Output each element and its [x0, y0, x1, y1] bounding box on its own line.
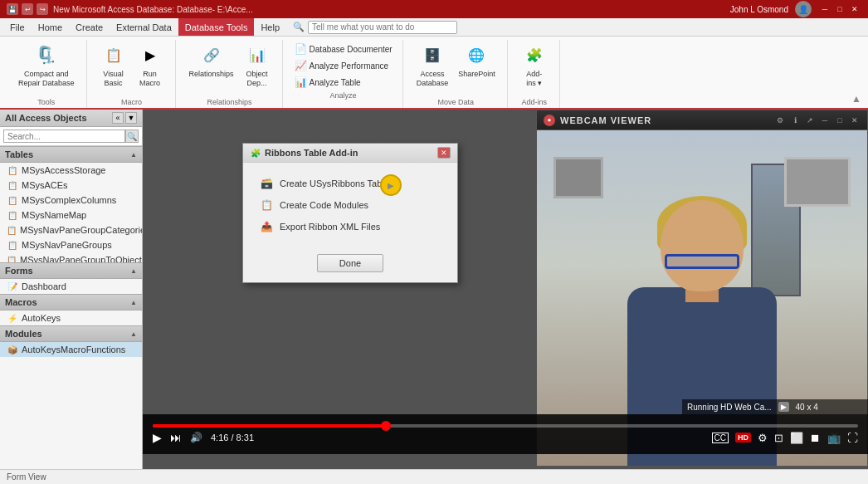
sharepoint-icon: 🌐 [463, 42, 490, 68]
visual-basic-button[interactable]: 📋 VisualBasic [97, 40, 130, 90]
video-player: ▶ ⏭ 🔊 4:16 / 8:31 CC HD ⚙ ⊡ ⬜ ⏹ 📺 ⛶ [143, 414, 868, 454]
volume-button[interactable]: 🔊 [190, 432, 202, 443]
run-macro-icon: ▶ [137, 42, 163, 68]
nav-item-label: AutoKeys [22, 313, 61, 323]
play-button[interactable]: ▶ [153, 431, 162, 444]
list-item[interactable]: 📦AutoKeysMacroFunctions [0, 342, 142, 357]
perf-icon: 📈 [295, 59, 308, 72]
nav-menu-icon[interactable]: ▼ [125, 112, 137, 124]
webcam-external-icon[interactable]: ↗ [804, 115, 816, 126]
minimize-button[interactable]: ─ [818, 3, 831, 15]
ribbon-group-tools: 🗜️ Compact andRepair Database Tools [7, 40, 87, 108]
menu-external-data[interactable]: External Data [110, 18, 178, 36]
webcam-info-icon[interactable]: ℹ [789, 115, 801, 126]
macros-section-header[interactable]: Macros ▲ [0, 294, 142, 310]
close-button[interactable]: ✕ [848, 3, 861, 15]
list-item[interactable]: 📋MSysNavPaneGroupToObjects [0, 252, 142, 262]
webcam-header-left: ● WEBCAM VIEWER [544, 115, 651, 126]
analyze-table-button[interactable]: 📊 Analyze Table [293, 75, 394, 90]
webcam-restore-icon[interactable]: □ [834, 115, 846, 126]
nav-chevron-up-icon[interactable]: « [112, 112, 124, 124]
move-data-group-label: Move Data [437, 98, 474, 108]
menu-file[interactable]: File [3, 18, 32, 36]
nav-header-icons: « ▼ [112, 112, 137, 124]
create-code-label: Create Code Modules [280, 200, 368, 210]
webcam-minus-icon[interactable]: ─ [819, 115, 831, 126]
webcam-controls: ⚙ ℹ ↗ ─ □ ✕ [774, 115, 861, 126]
main-area: All Access Objects « ▼ 🔍 Tables ▲ 📋MSysA… [0, 110, 868, 469]
tables-section-header[interactable]: Tables ▲ [0, 146, 142, 163]
webcam-close-icon[interactable]: ✕ [849, 115, 861, 126]
access-database-button[interactable]: 🗄️ AccessDatabase [413, 40, 452, 90]
ribbon-expand-button[interactable]: ▲ [851, 93, 861, 108]
forms-section-header[interactable]: Forms ▲ [0, 262, 142, 279]
menu-create[interactable]: Create [69, 18, 110, 36]
skip-button[interactable]: ⏭ [170, 431, 182, 444]
undo-icon[interactable]: ↩ [22, 3, 33, 15]
nav-search-input[interactable] [3, 130, 125, 143]
vb-icon: 📋 [100, 42, 127, 68]
list-item[interactable]: 📋MSysComplexColumns [0, 193, 142, 208]
export-xml-option[interactable]: 📤 Export Ribbon XML Files [256, 216, 444, 237]
list-item[interactable]: 📝Dashboard [0, 279, 142, 294]
cc-badge[interactable]: CC [712, 433, 729, 443]
dialog-close-button[interactable]: ✕ [437, 147, 451, 159]
run-macro-button[interactable]: ▶ RunMacro [134, 40, 167, 90]
theater-button[interactable]: ⬜ [790, 432, 803, 444]
user-avatar[interactable]: 👤 [795, 1, 812, 17]
macros-section-arrow: ▲ [130, 299, 137, 306]
list-item[interactable]: 📋MSysNameMap [0, 208, 142, 222]
cast-button[interactable]: 📺 [827, 432, 841, 444]
sharepoint-label: SharePoint [458, 70, 495, 79]
sharepoint-button[interactable]: 🌐 SharePoint [455, 40, 499, 81]
dialog-content: 🗃️ Create USysRibbons Table 📋 Create Cod… [243, 163, 457, 247]
ribbon-group-analyze: 📄 Database Documenter 📈 Analyze Performa… [285, 40, 403, 108]
miniplayer-button[interactable]: ⊡ [774, 432, 783, 444]
compact-repair-button[interactable]: 🗜️ Compact andRepair Database [15, 40, 78, 90]
save-icon[interactable]: 💾 [7, 3, 18, 15]
macro-group-label: Macro [121, 98, 142, 108]
create-usys-option[interactable]: 🗃️ Create USysRibbons Table [256, 173, 444, 194]
create-code-option[interactable]: 📋 Create Code Modules [256, 194, 444, 216]
stop-button[interactable]: ⏹ [810, 432, 821, 444]
menu-home[interactable]: Home [32, 18, 69, 36]
move-data-content: 🗄️ AccessDatabase 🌐 SharePoint [413, 40, 499, 96]
maximize-button[interactable]: □ [833, 3, 846, 15]
tell-input[interactable] [308, 21, 457, 34]
progress-bar[interactable] [153, 424, 858, 428]
ribbon-group-relationships: 🔗 Relationships 📊 ObjectDep... Relations… [178, 40, 283, 108]
modules-section-header[interactable]: Modules ▲ [0, 325, 142, 342]
list-item[interactable]: 📋MSysAccessStorage [0, 163, 142, 178]
object-dependencies-button[interactable]: 📊 ObjectDep... [241, 40, 274, 90]
window-title: New Microsoft Access Database: Database-… [53, 5, 253, 14]
list-item[interactable]: 📋MSysNavPaneGroupCategories [0, 222, 142, 237]
list-item[interactable]: 📋MSysNavPaneGroups [0, 237, 142, 252]
menu-database-tools[interactable]: Database Tools [178, 18, 255, 36]
list-item[interactable]: 📋MSysACEs [0, 178, 142, 193]
documenter-label: Database Documenter [310, 45, 393, 54]
db-documenter-button[interactable]: 📄 Database Documenter [293, 42, 394, 56]
analyze-table-icon: 📊 [295, 76, 308, 89]
nav-item-label: MSysNavPaneGroups [22, 240, 112, 250]
nav-search-button[interactable]: 🔍 [125, 130, 139, 143]
vb-label: VisualBasic [103, 70, 123, 88]
person-glasses [665, 254, 739, 269]
table-icon: 📋 [7, 254, 17, 262]
tell-bar: 🔍 [293, 21, 865, 34]
list-item[interactable]: ⚡AutoKeys [0, 310, 142, 325]
redo-icon[interactable]: ↪ [37, 3, 48, 15]
relationships-button[interactable]: 🔗 Relationships [186, 40, 237, 81]
forms-section-title: Forms [5, 266, 33, 276]
dialog-icon: 🧩 [250, 147, 261, 159]
webcam-settings-icon[interactable]: ⚙ [774, 115, 786, 126]
table-icon: 📋 [7, 209, 18, 221]
macros-section-title: Macros [5, 297, 37, 307]
analyze-performance-button[interactable]: 📈 Analyze Performance [293, 58, 394, 73]
menu-help[interactable]: Help [254, 18, 286, 36]
fullscreen-button[interactable]: ⛶ [847, 432, 858, 444]
dialog-done-button[interactable]: Done [317, 254, 383, 272]
addins-button[interactable]: 🧩 Add-ins ▾ [518, 40, 551, 90]
settings-button[interactable]: ⚙ [758, 432, 768, 444]
dialog-title-left: 🧩 Ribbons Table Add-in [250, 147, 358, 159]
webcam-play-btn[interactable]: ▶ [778, 402, 789, 412]
